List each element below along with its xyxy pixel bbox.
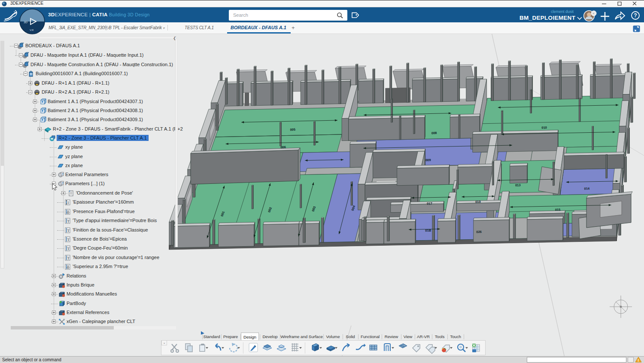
svg-text:010: 010: [541, 125, 547, 129]
svg-text:014: 014: [584, 186, 590, 190]
svg-text:019: 019: [475, 200, 481, 204]
svg-text:T: T: [67, 229, 70, 233]
svg-text:T: T: [67, 219, 70, 223]
svg-text:015: 015: [555, 208, 561, 212]
svg-text:013: 013: [515, 183, 521, 187]
svg-text:008: 008: [431, 131, 437, 135]
svg-text:026: 026: [476, 230, 482, 234]
svg-text:+: +: [592, 12, 595, 15]
svg-text:P: P: [62, 173, 64, 176]
svg-text:V.R: V.R: [30, 29, 34, 31]
svg-text:I: I: [68, 201, 69, 205]
svg-text:009: 009: [425, 158, 431, 162]
svg-text:01B: 01B: [425, 229, 431, 232]
svg-text:006: 006: [280, 145, 286, 149]
svg-text:T: T: [67, 256, 70, 260]
svg-text:017: 017: [427, 201, 432, 205]
svg-text:?: ?: [634, 12, 637, 18]
svg-text:!: !: [638, 358, 639, 363]
svg-text:005: 005: [290, 128, 295, 131]
svg-text:T: T: [67, 238, 70, 242]
svg-text:P: P: [62, 182, 64, 185]
svg-text:T: T: [67, 247, 70, 251]
svg-text:3D: 3D: [24, 21, 27, 24]
